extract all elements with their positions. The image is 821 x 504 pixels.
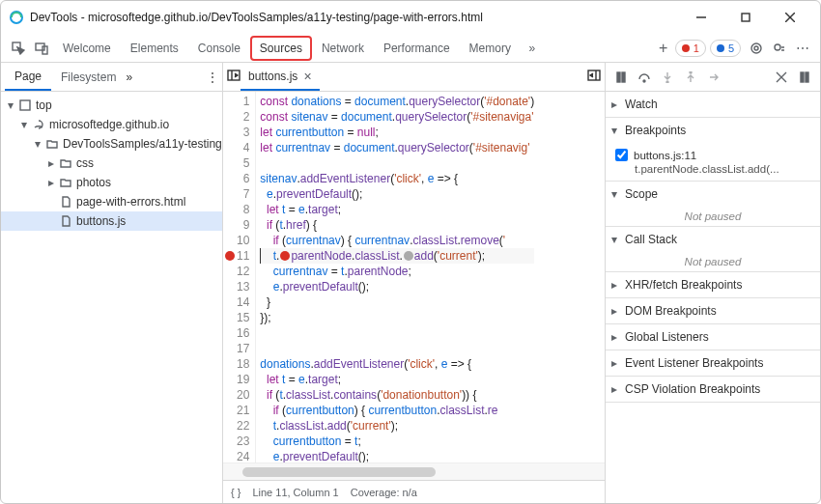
tree-photos[interactable]: ▸photos <box>1 173 222 192</box>
file-tab-label: buttons.js <box>248 70 297 83</box>
breakpoint-row[interactable]: buttons.js:11 <box>615 149 814 161</box>
navigator-menu-icon[interactable]: ⋮ <box>207 70 218 84</box>
watch-section[interactable]: ▸Watch <box>606 92 820 118</box>
tree-css[interactable]: ▸css <box>1 154 222 173</box>
tab-elements[interactable]: Elements <box>121 34 188 63</box>
tree-top[interactable]: ▾top <box>1 96 222 115</box>
deactivate-breakpoints-icon[interactable] <box>772 68 791 87</box>
file-tab-buttons-js[interactable]: buttons.js × <box>241 63 320 91</box>
section-label: Watch <box>625 98 658 111</box>
tab-network[interactable]: Network <box>312 34 374 63</box>
tab-memory[interactable]: Memory <box>460 34 521 63</box>
editor-pane: buttons.js × 123456789101112131415161718… <box>223 63 606 503</box>
tree-label: page-with-errors.html <box>76 195 185 209</box>
tree-host[interactable]: ▾microsoftedge.github.io <box>1 115 222 134</box>
pause-exceptions-icon[interactable] <box>795 68 814 87</box>
file-tree: ▾top ▾microsoftedge.github.io ▾DevToolsS… <box>1 92 222 503</box>
tree-page-html[interactable]: page-with-errors.html <box>1 192 222 211</box>
code-editor[interactable]: 1234567891011121314151617181920212223242… <box>223 92 605 462</box>
cursor-pos: Line 11, Column 1 <box>252 487 338 498</box>
toggle-debugger-icon[interactable] <box>587 69 601 85</box>
svg-point-10 <box>775 44 780 50</box>
editor-statusbar: { } Line 11, Column 1 Coverage: n/a <box>223 480 605 503</box>
new-tab-button[interactable]: + <box>652 37 675 60</box>
braces-indicator[interactable]: { } <box>231 487 241 498</box>
breakpoint-checkbox[interactable] <box>615 149 628 161</box>
svg-point-8 <box>754 46 758 50</box>
tab-sources[interactable]: Sources <box>250 36 312 61</box>
tab-welcome[interactable]: Welcome <box>53 34 121 63</box>
section-label: Breakpoints <box>625 124 686 137</box>
horizontal-scrollbar[interactable] <box>223 462 605 480</box>
navigator-tab-filesystem[interactable]: Filesystem <box>51 63 126 91</box>
kebab-menu-icon[interactable]: ⋯ <box>791 37 814 60</box>
navigator-pane: Page Filesystem » ⋮ ▾top ▾microsoftedge.… <box>1 63 223 503</box>
pause-icon[interactable] <box>611 68 631 87</box>
debugger-toolbar <box>606 63 820 92</box>
error-count-chip[interactable]: 1 <box>675 40 706 57</box>
xhr-section[interactable]: ▸XHR/fetch Breakpoints <box>606 272 820 298</box>
window-titlebar: DevTools - microsoftedge.github.io/DevTo… <box>1 1 820 34</box>
csp-bp-section[interactable]: ▸CSP Violation Breakpoints <box>606 377 820 403</box>
tree-label: photos <box>76 176 111 189</box>
scroll-thumb[interactable] <box>242 467 436 477</box>
navigator-more-icon[interactable]: » <box>126 70 132 84</box>
breakpoints-header[interactable]: ▾Breakpoints <box>606 118 820 143</box>
main-tabs-row: Welcome Elements Console Sources Network… <box>1 34 820 63</box>
section-label: XHR/fetch Breakpoints <box>625 278 742 292</box>
svg-rect-16 <box>617 72 620 82</box>
close-tab-icon[interactable]: × <box>303 69 311 84</box>
toggle-navigator-icon[interactable] <box>227 69 241 85</box>
section-label: CSP Violation Breakpoints <box>625 382 760 396</box>
window-minimize-button[interactable] <box>679 3 723 32</box>
inspect-icon[interactable] <box>7 37 30 60</box>
line-gutter[interactable]: 1234567891011121314151617181920212223242… <box>223 92 256 462</box>
code-body[interactable]: const donations = document.querySelector… <box>256 92 534 462</box>
callstack-header[interactable]: ▾Call Stack <box>606 227 820 252</box>
window-close-button[interactable] <box>768 3 812 32</box>
tree-folder[interactable]: ▾DevToolsSamples/a11y-testing <box>1 134 222 154</box>
device-toggle-icon[interactable] <box>30 37 53 60</box>
navigator-tab-page[interactable]: Page <box>5 63 51 91</box>
tree-label: top <box>36 98 52 112</box>
tree-label: DevToolsSamples/a11y-testing <box>63 137 222 151</box>
breakpoint-file: buttons.js:11 <box>634 150 696 161</box>
section-label: Global Listeners <box>625 330 709 344</box>
tree-buttons-js[interactable]: buttons.js <box>1 211 222 231</box>
breakpoints-section: ▾Breakpoints buttons.js:11 t.parentNode.… <box>606 118 820 182</box>
svg-rect-11 <box>20 100 30 110</box>
step-into-icon[interactable] <box>658 68 677 87</box>
callstack-section: ▾Call Stack Not paused <box>606 227 820 272</box>
section-label: Call Stack <box>625 233 677 246</box>
settings-icon[interactable] <box>745 37 768 60</box>
tab-console[interactable]: Console <box>188 34 250 63</box>
section-label: Scope <box>625 187 658 201</box>
step-over-icon[interactable] <box>635 68 654 87</box>
svg-rect-21 <box>801 72 804 82</box>
scope-header[interactable]: ▾Scope <box>606 182 820 207</box>
tree-label: microsoftedge.github.io <box>49 118 169 131</box>
more-tabs-icon[interactable]: » <box>521 37 544 60</box>
svg-point-18 <box>643 80 645 82</box>
section-label: DOM Breakpoints <box>625 304 717 318</box>
event-bp-section[interactable]: ▸Event Listener Breakpoints <box>606 350 820 377</box>
svg-rect-2 <box>742 14 750 21</box>
step-out-icon[interactable] <box>681 68 700 87</box>
step-icon[interactable] <box>704 68 723 87</box>
global-listeners-section[interactable]: ▸Global Listeners <box>606 324 820 350</box>
tab-performance[interactable]: Performance <box>374 34 460 63</box>
dom-bp-section[interactable]: ▸DOM Breakpoints <box>606 298 820 324</box>
scope-not-paused: Not paused <box>606 207 820 226</box>
tree-label: css <box>76 156 94 170</box>
tree-label: buttons.js <box>76 214 126 228</box>
debugger-pane: ▸Watch ▾Breakpoints buttons.js:11 t.pare… <box>606 63 820 503</box>
window-maximize-button[interactable] <box>723 3 768 32</box>
svg-point-9 <box>751 43 761 53</box>
info-count-chip[interactable]: 5 <box>710 40 741 57</box>
app-icon <box>9 10 24 25</box>
breakpoint-text: t.parentNode.classList.add(... <box>615 163 814 175</box>
error-count: 1 <box>694 42 699 54</box>
callstack-not-paused: Not paused <box>606 252 820 271</box>
window-title: DevTools - microsoftedge.github.io/DevTo… <box>30 11 679 24</box>
feedback-icon[interactable] <box>768 37 791 60</box>
